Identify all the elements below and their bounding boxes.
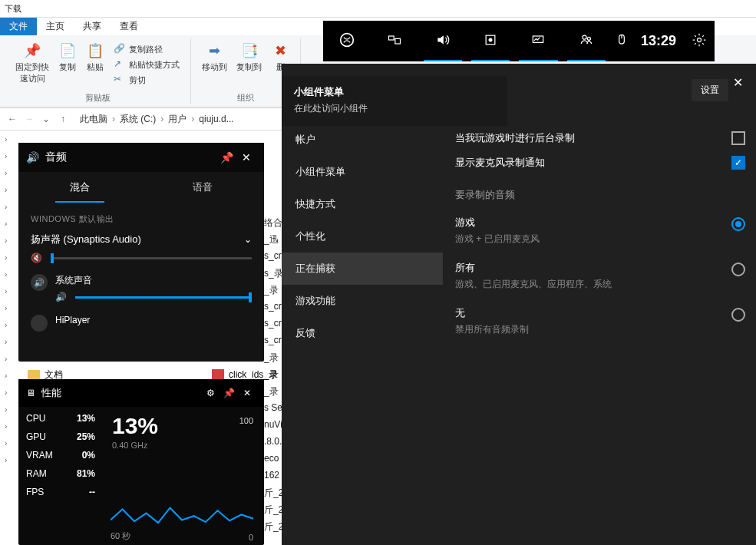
paste-button[interactable]: 📋粘贴: [81, 38, 109, 91]
breadcrumb-item[interactable]: 系统 (C:): [120, 113, 156, 126]
widgets-button[interactable]: [371, 21, 418, 61]
perf-xr: 0: [249, 533, 253, 542]
close-button[interactable]: ✕: [236, 147, 256, 167]
social-button[interactable]: [563, 21, 610, 61]
close-button[interactable]: ✕: [238, 384, 256, 402]
copy-button[interactable]: 📄复制: [54, 38, 81, 91]
radio-none-label: 无: [455, 306, 529, 320]
option-show-mic-label: 显示麦克风录制通知: [455, 156, 545, 170]
app-icon: [31, 315, 48, 332]
breadcrumb-item[interactable]: 此电脑: [80, 113, 107, 126]
device-name: 扬声器 (Synaptics Audio): [31, 233, 141, 246]
breadcrumb-item[interactable]: qiuju.d...: [199, 114, 233, 124]
tree-view[interactable]: ››››››››››››››››››››: [0, 130, 18, 545]
game-bar: 13:29: [323, 21, 715, 61]
mute-icon[interactable]: 🔇: [31, 253, 43, 263]
perf-xl: 60 秒: [111, 530, 130, 542]
stat-fps[interactable]: FPS--: [26, 487, 95, 497]
performance-widget: 🖥 性能 ⚙ 📌 ✕ CPU13% GPU25% VRAM0% RAM81% F…: [18, 379, 264, 545]
sidebar-item-shortcuts[interactable]: 快捷方式: [282, 188, 443, 220]
copy-to-button[interactable]: 📑复制到: [232, 38, 266, 76]
radio-none[interactable]: [731, 308, 745, 322]
sidebar-item-account[interactable]: 帐户: [282, 124, 443, 156]
pin-button[interactable]: 📌: [220, 384, 238, 402]
up-button[interactable]: ↑: [55, 111, 71, 127]
sidebar-item-capturing[interactable]: 正在捕获: [282, 253, 443, 285]
stat-vram[interactable]: VRAM0%: [26, 450, 95, 461]
settings-chip[interactable]: 设置: [692, 79, 728, 101]
monitor-icon: 🖥: [26, 388, 35, 398]
tab-voice[interactable]: 语音: [141, 172, 264, 203]
radio-game[interactable]: [731, 217, 745, 231]
settings-content: 当我玩游戏时进行后台录制 显示麦克风录制通知 ✓ 要录制的音频 游戏 游戏 + …: [455, 131, 745, 352]
move-to-button[interactable]: ➡移动到: [197, 38, 232, 76]
ribbon-tab-view[interactable]: 查看: [111, 18, 147, 35]
widgets-icon: [387, 32, 402, 50]
pin-button[interactable]: 📌固定到快 速访问: [11, 38, 54, 91]
sidebar-item-widgets[interactable]: 小组件菜单: [282, 156, 443, 188]
settings-button[interactable]: [684, 21, 715, 61]
chevron-down-icon: ⌄: [244, 234, 252, 245]
forward-button[interactable]: →: [21, 111, 37, 127]
copy-icon: 📄: [58, 41, 77, 60]
output-device-selector[interactable]: 扬声器 (Synaptics Audio) ⌄: [31, 233, 252, 246]
audio-titlebar[interactable]: 🔊 音频 📌 ✕: [18, 143, 264, 172]
options-button[interactable]: ⚙: [201, 384, 220, 402]
pin-button[interactable]: 📌: [216, 147, 236, 167]
back-button[interactable]: ←: [5, 111, 20, 127]
tab-mix[interactable]: 混合: [18, 172, 141, 203]
ribbon-tab-share[interactable]: 共享: [74, 18, 111, 35]
stat-cpu[interactable]: CPU13%: [26, 413, 95, 424]
performance-button[interactable]: [514, 21, 562, 61]
volume-icon[interactable]: 🔊: [55, 292, 68, 302]
settings-panel: ✕ 设置 帐户 小组件菜单 快捷方式 个性化 正在捕获 游戏功能 反馈 当我玩游…: [282, 64, 756, 545]
audio-tabs: 混合 语音: [18, 172, 264, 203]
radio-all[interactable]: [731, 263, 745, 276]
radio-none-sub: 禁用所有音频录制: [455, 323, 529, 336]
ribbon-tab-file[interactable]: 文件: [0, 18, 37, 35]
stat-ram[interactable]: RAM81%: [26, 468, 95, 479]
explorer-quick-access-bar: 下载: [0, 0, 756, 18]
stat-gpu[interactable]: GPU25%: [26, 431, 95, 442]
clipboard-group-label: 剪贴板: [85, 92, 111, 104]
checkbox-show-mic[interactable]: ✓: [731, 156, 745, 170]
performance-icon: [530, 32, 546, 50]
close-button[interactable]: ✕: [725, 70, 750, 94]
master-mute-slider[interactable]: 🔇: [31, 253, 252, 263]
delete-icon: ✖: [271, 41, 289, 60]
svg-rect-2: [395, 38, 401, 44]
quick-item[interactable]: 下载: [5, 3, 21, 15]
cut-icon: ✂: [114, 74, 126, 86]
paste-shortcut-button[interactable]: ↗粘贴快捷方式: [111, 57, 183, 72]
breadcrumb-item[interactable]: 用户: [168, 113, 187, 126]
perf-titlebar[interactable]: 🖥 性能 ⚙ 📌 ✕: [18, 379, 264, 407]
clock: 13:29: [633, 33, 684, 49]
radio-game-label: 游戏: [455, 216, 540, 230]
copy-path-button[interactable]: 🔗复制路径: [111, 41, 183, 57]
svg-point-6: [583, 35, 586, 39]
capture-button[interactable]: [467, 21, 514, 61]
path-icon: 🔗: [114, 43, 126, 55]
checkbox-bg-record[interactable]: [731, 131, 745, 145]
cpu-chart: [111, 461, 253, 528]
audio-button[interactable]: [419, 21, 467, 61]
sidebar-item-gaming[interactable]: 游戏功能: [282, 285, 443, 317]
sidebar-item-feedback[interactable]: 反馈: [282, 317, 443, 349]
perf-graph-area: 13% 0.40 GHz 100 60 秒 0: [103, 407, 264, 545]
shortcut-icon: ↗: [114, 58, 126, 71]
cut-button[interactable]: ✂剪切: [111, 72, 183, 88]
mouse-indicator: [610, 21, 633, 61]
system-sound-row: 🔊 系统声音 🔊: [31, 274, 252, 302]
speaker-icon: 🔊: [31, 274, 48, 291]
sidebar-item-personalize[interactable]: 个性化: [282, 220, 443, 253]
audio-widget: 🔊 音频 📌 ✕ 混合 语音 WINDOWS 默认输出 扬声器 (Synapti…: [18, 143, 264, 362]
audio-icon: [435, 32, 451, 50]
ribbon-tab-home[interactable]: 主页: [37, 18, 74, 35]
xbox-button[interactable]: [323, 21, 371, 61]
mouse-icon: [614, 32, 629, 50]
tooltip-body: 在此处访问小组件: [294, 102, 495, 115]
perf-title: 性能: [41, 386, 201, 400]
system-volume-slider[interactable]: 🔊: [55, 292, 252, 302]
widgets-tooltip: 小组件菜单 在此处访问小组件: [282, 76, 507, 126]
recent-dropdown[interactable]: ⌄: [38, 111, 54, 127]
